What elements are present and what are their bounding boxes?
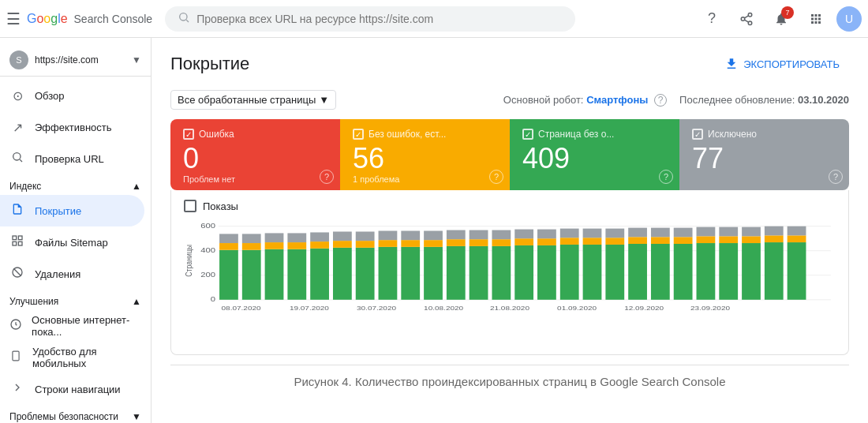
warnings-help-icon[interactable]: ? <box>489 170 503 184</box>
stat-card-valid[interactable]: ✓ Страница без о... 409 ? <box>510 119 679 190</box>
warnings-checkbox[interactable]: ✓ <box>353 129 364 140</box>
share-button[interactable] <box>732 5 761 33</box>
excluded-checkbox[interactable]: ✓ <box>692 129 703 140</box>
sidebar-item-coverage[interactable]: Покрытие <box>0 195 144 226</box>
topbar: ☰ Google Search Console ? 7 <box>0 0 868 38</box>
svg-rect-30 <box>242 250 261 300</box>
sidebar-item-removals[interactable]: Удаления <box>0 258 144 290</box>
shows-checkbox[interactable] <box>184 200 196 212</box>
security-section-header[interactable]: Проблемы безопасности ▼ <box>0 405 151 423</box>
svg-rect-49 <box>379 240 398 247</box>
svg-rect-16 <box>13 351 19 361</box>
stat-card-errors[interactable]: ✓ Ошибка 0 Проблем нет ? <box>170 119 340 190</box>
warnings-value: 56 <box>353 144 497 173</box>
svg-rect-41 <box>310 232 329 241</box>
svg-rect-85 <box>651 237 670 244</box>
sidebar-item-sitemaps-label: Файлы Sitemap <box>35 237 108 249</box>
svg-rect-86 <box>651 228 670 238</box>
sidebar-item-cwv[interactable]: Основные интернет-пока... <box>0 310 144 342</box>
svg-rect-68 <box>514 230 533 239</box>
excluded-help-icon[interactable]: ? <box>829 170 843 184</box>
valid-help-icon[interactable]: ? <box>659 170 673 184</box>
svg-text:21.08.2020: 21.08.2020 <box>490 305 529 312</box>
excluded-value: 77 <box>692 144 836 173</box>
warnings-label: Без ошибок, ест... <box>369 129 446 140</box>
svg-rect-96 <box>742 243 761 300</box>
sidebar-item-performance[interactable]: ↗ Эффективность <box>0 111 144 143</box>
sidebar-item-removals-label: Удаления <box>35 268 80 280</box>
sidebar-item-mobile[interactable]: Удобство для мобильных <box>0 342 144 373</box>
robot-help-icon[interactable]: ? <box>654 94 667 107</box>
svg-rect-99 <box>765 242 784 300</box>
svg-text:01.09.2020: 01.09.2020 <box>557 305 597 312</box>
stat-card-warnings[interactable]: ✓ Без ошибок, ест... 56 1 проблема ? <box>340 119 510 190</box>
errors-checkbox[interactable]: ✓ <box>183 129 194 140</box>
shows-label: Показы <box>203 200 238 212</box>
update-info: Последнее обновление: 03.10.2020 <box>679 94 849 106</box>
svg-rect-103 <box>788 235 806 242</box>
errors-header: ✓ Ошибка <box>183 129 327 140</box>
improvements-section-header[interactable]: Улучшения ▲ <box>0 290 151 310</box>
svg-point-3 <box>741 17 745 21</box>
svg-rect-10 <box>18 236 22 240</box>
svg-rect-60 <box>470 246 488 300</box>
security-section-label: Проблемы безопасности <box>9 411 118 422</box>
valid-checkbox[interactable]: ✓ <box>522 129 533 140</box>
sidebar-item-breadcrumbs[interactable]: Строки навигации <box>0 373 144 405</box>
svg-rect-94 <box>719 236 738 243</box>
sidebar-item-sitemaps[interactable]: Файлы Sitemap <box>0 226 144 258</box>
account-selector[interactable]: S https://site.com ▼ <box>0 44 151 77</box>
svg-text:600: 600 <box>200 222 215 230</box>
valid-value: 409 <box>522 144 667 173</box>
export-label: ЭКСПОРТИРОВАТЬ <box>743 58 840 70</box>
account-icon: S <box>9 51 28 69</box>
app-logo: Google Search Console <box>27 12 152 26</box>
valid-header: ✓ Страница без о... <box>522 129 667 140</box>
svg-rect-63 <box>492 246 511 300</box>
svg-rect-82 <box>628 237 647 244</box>
svg-line-5 <box>744 20 748 22</box>
user-avatar[interactable]: U <box>836 6 862 32</box>
svg-rect-54 <box>424 247 443 300</box>
sidebar-item-performance-label: Эффективность <box>35 122 112 133</box>
svg-line-6 <box>744 15 748 17</box>
svg-text:23.09.2020: 23.09.2020 <box>690 305 730 312</box>
errors-help-icon[interactable]: ? <box>320 170 334 184</box>
svg-rect-58 <box>447 239 466 246</box>
svg-rect-87 <box>674 244 693 300</box>
help-button[interactable]: ? <box>698 5 726 33</box>
svg-line-8 <box>20 159 22 162</box>
index-collapse-icon: ▲ <box>132 181 141 192</box>
svg-rect-71 <box>537 230 556 239</box>
notifications-button[interactable]: 7 <box>767 5 795 33</box>
svg-rect-100 <box>765 235 784 242</box>
sidebar-item-coverage-label: Покрытие <box>35 205 81 217</box>
search-input[interactable] <box>196 13 563 25</box>
menu-icon[interactable]: ☰ <box>6 9 21 28</box>
main-content: Покрытие ЭКСПОРТИРОВАТЬ Все обработанные… <box>152 38 868 423</box>
export-button[interactable]: ЭКСПОРТИРОВАТЬ <box>715 51 849 77</box>
svg-rect-29 <box>219 234 238 243</box>
index-section-header[interactable]: Индекс ▲ <box>0 174 151 195</box>
filter-dropdown[interactable]: Все обработанные страницы ▼ <box>170 90 336 110</box>
overview-icon: ⊙ <box>9 88 25 103</box>
errors-label: Ошибка <box>199 129 234 140</box>
svg-rect-80 <box>605 229 624 238</box>
stat-card-excluded[interactable]: ✓ Исключено 77 ? <box>679 119 849 190</box>
filter-label: Все обработанные страницы <box>178 94 316 106</box>
improvements-section-label: Улучшения <box>9 296 58 307</box>
apps-button[interactable] <box>802 5 830 33</box>
svg-line-14 <box>13 268 21 275</box>
sidebar-item-overview[interactable]: ⊙ Обзор <box>0 80 144 111</box>
svg-rect-9 <box>13 236 17 240</box>
svg-rect-74 <box>560 229 579 238</box>
svg-rect-81 <box>628 244 647 300</box>
svg-rect-93 <box>719 243 738 300</box>
svg-text:12.09.2020: 12.09.2020 <box>624 305 664 312</box>
search-bar[interactable] <box>165 6 575 32</box>
page-caption: Рисунок 4. Количество проиндексированных… <box>170 365 849 388</box>
svg-rect-78 <box>605 245 624 300</box>
security-expand-icon: ▼ <box>132 411 141 422</box>
google-wordmark: Google <box>27 12 68 26</box>
sidebar-item-url-inspection[interactable]: Проверка URL <box>0 143 144 174</box>
